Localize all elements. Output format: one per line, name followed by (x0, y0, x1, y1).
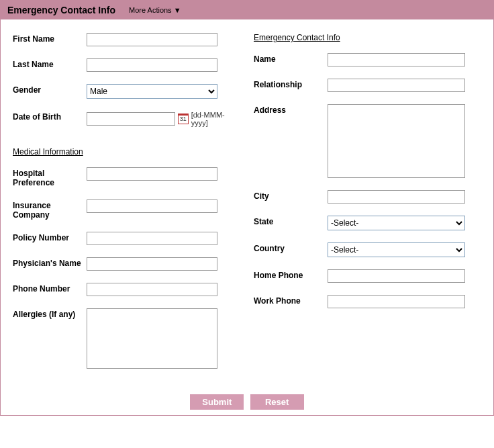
insurance-co-label: Insurance Company (13, 199, 87, 220)
ec-city-input[interactable] (328, 190, 465, 204)
allergies-textarea[interactable] (87, 308, 217, 369)
physician-name-label: Physician's Name (13, 257, 87, 268)
gender-label: Gender (13, 84, 87, 95)
submit-button[interactable]: Submit (190, 394, 244, 410)
last-name-label: Last Name (13, 58, 87, 69)
dob-format-hint: [dd-MMM-yyyy] (191, 111, 240, 127)
header-bar: Emergency Contact Info More Actions ▼ (1, 1, 493, 19)
right-column: Emergency Contact Info Name Relationship… (254, 33, 481, 381)
page-title: Emergency Contact Info (7, 1, 115, 19)
dob-input[interactable] (87, 112, 175, 126)
ec-home-phone-label: Home Phone (254, 269, 328, 280)
phone-number-input[interactable] (87, 283, 217, 296)
medical-info-heading: Medical Information (13, 147, 240, 156)
reset-button[interactable]: Reset (250, 394, 304, 410)
ec-work-phone-label: Work Phone (254, 295, 328, 306)
footer-bar: Submit Reset (1, 388, 493, 415)
last-name-input[interactable] (87, 58, 217, 72)
hospital-pref-input[interactable] (87, 167, 217, 181)
ec-address-textarea[interactable] (328, 104, 465, 178)
form-body: First Name Last Name Gender Male Date of… (1, 19, 493, 388)
phone-number-label: Phone Number (13, 283, 87, 294)
left-column: First Name Last Name Gender Male Date of… (13, 33, 240, 381)
ec-state-label: State (254, 216, 328, 226)
ec-country-label: Country (254, 242, 328, 253)
calendar-icon[interactable]: 31 (178, 114, 189, 124)
gender-select[interactable]: Male (87, 84, 217, 99)
ec-home-phone-input[interactable] (328, 269, 465, 283)
ec-relationship-label: Relationship (254, 79, 328, 89)
ec-state-select[interactable]: -Select- (328, 216, 465, 230)
ec-country-select[interactable]: -Select- (328, 242, 465, 257)
form-container: Emergency Contact Info More Actions ▼ Fi… (0, 0, 494, 416)
ec-name-label: Name (254, 53, 328, 64)
ec-city-label: City (254, 190, 328, 201)
first-name-input[interactable] (87, 33, 217, 46)
policy-number-input[interactable] (87, 232, 217, 245)
policy-number-label: Policy Number (13, 232, 87, 242)
physician-name-input[interactable] (87, 257, 217, 271)
allergies-label: Allergies (If any) (13, 308, 87, 319)
ec-relationship-input[interactable] (328, 79, 465, 92)
first-name-label: First Name (13, 33, 87, 44)
dob-label: Date of Birth (13, 111, 87, 122)
ec-name-input[interactable] (328, 53, 465, 66)
emergency-contact-heading: Emergency Contact Info (254, 33, 481, 42)
ec-work-phone-input[interactable] (328, 295, 465, 308)
insurance-co-input[interactable] (87, 199, 217, 213)
more-actions-dropdown[interactable]: More Actions ▼ (129, 1, 181, 19)
ec-address-label: Address (254, 104, 328, 115)
hospital-pref-label: Hospital Preference (13, 167, 87, 187)
